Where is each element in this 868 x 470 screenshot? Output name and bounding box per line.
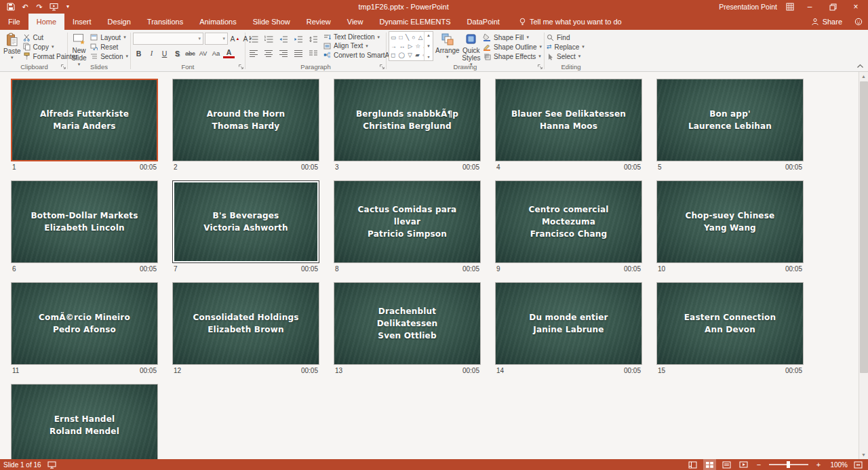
slide-thumbnail[interactable]: ComÃ©rcio MineiroPedro Afonso xyxy=(11,282,158,365)
tab-review[interactable]: Review xyxy=(298,14,339,30)
select-button[interactable]: Select ▾ xyxy=(547,52,585,61)
paste-button[interactable]: Paste ▾ xyxy=(3,31,21,61)
tab-design[interactable]: Design xyxy=(100,14,139,30)
shape-fill-button[interactable]: Shape Fill ▾ xyxy=(483,33,542,42)
zoom-in-button[interactable]: + xyxy=(814,461,823,469)
clipboard-dialog-launcher-icon[interactable] xyxy=(60,64,66,70)
change-case-button[interactable]: Aa xyxy=(210,47,222,59)
slide-thumbnail[interactable]: Chop-suey ChineseYang Wang xyxy=(656,180,804,263)
slide-thumbnail[interactable]: Around the HornThomas Hardy xyxy=(172,79,319,161)
tab-file[interactable]: File xyxy=(0,14,28,30)
font-color-button[interactable]: A xyxy=(223,48,235,58)
gallery-scroll-down-icon[interactable]: ▼ xyxy=(427,44,431,48)
gallery-more-icon[interactable]: ▾ xyxy=(427,54,429,59)
paragraph-dialog-launcher-icon[interactable] xyxy=(379,64,385,70)
shape-outline-button[interactable]: Shape Outline ▾ xyxy=(483,42,542,52)
slide-thumbnail[interactable]: Bon app'Laurence Lebihan xyxy=(656,79,804,161)
zoom-slider[interactable] xyxy=(769,464,808,465)
justify-icon[interactable] xyxy=(292,48,304,58)
tab-view[interactable]: View xyxy=(339,14,372,30)
italic-button[interactable]: I xyxy=(146,47,157,59)
fit-slide-to-window-button[interactable] xyxy=(852,459,865,470)
tell-me-box[interactable]: Tell me what you want to do xyxy=(515,14,626,30)
zoom-level[interactable]: 100% xyxy=(827,461,848,469)
feedback-smiley-icon[interactable] xyxy=(849,14,868,30)
zoom-slider-thumb[interactable] xyxy=(787,461,790,468)
drawing-dialog-launcher-icon[interactable] xyxy=(537,64,543,70)
redo-icon[interactable]: ↷ xyxy=(35,1,44,12)
strikethrough-button[interactable]: abc xyxy=(184,47,196,59)
slide-thumbnail[interactable]: Centro comercial MoctezumaFrancisco Chan… xyxy=(495,180,642,263)
zoom-out-button[interactable]: − xyxy=(754,461,764,469)
slide-sorter-view-button[interactable] xyxy=(703,459,716,470)
text-shadow-button[interactable]: S xyxy=(172,47,183,59)
ribbon-display-options-icon[interactable] xyxy=(785,1,795,12)
scroll-down-icon[interactable]: ▼ xyxy=(859,450,868,459)
character-spacing-button[interactable]: AV xyxy=(197,47,209,59)
slide-sorter-canvas[interactable]: Alfreds FutterkisteMaria Anders100:05Aro… xyxy=(0,72,868,459)
increase-indent-icon[interactable] xyxy=(292,34,304,44)
vertical-scrollbar[interactable]: ▲ ▼ xyxy=(859,72,868,459)
decrease-indent-icon[interactable] xyxy=(277,34,289,44)
line-spacing-icon[interactable] xyxy=(307,34,319,44)
slide-thumbnail[interactable]: Consolidated HoldingsElizabeth Brown xyxy=(172,282,319,365)
tab-animations[interactable]: Animations xyxy=(191,14,244,30)
save-icon[interactable] xyxy=(6,1,16,12)
gallery-scroll-up-icon[interactable]: ▲ xyxy=(427,33,431,37)
font-name-combobox[interactable]: ▾ xyxy=(133,33,203,45)
numbering-icon[interactable] xyxy=(262,34,274,44)
tab-slide-show[interactable]: Slide Show xyxy=(245,14,298,30)
columns-icon[interactable] xyxy=(307,48,319,58)
align-right-icon[interactable] xyxy=(277,48,289,58)
undo-icon[interactable]: ↶ xyxy=(20,1,30,12)
collapse-ribbon-icon[interactable] xyxy=(856,64,864,68)
new-slide-button[interactable]: New Slide ▾ xyxy=(70,31,88,61)
font-dialog-launcher-icon[interactable] xyxy=(238,64,244,70)
slide-thumbnail[interactable]: Ernst HandelRoland Mendel xyxy=(11,384,158,459)
tab-home[interactable]: Home xyxy=(28,14,64,30)
align-left-icon[interactable] xyxy=(248,48,259,58)
tab-insert[interactable]: Insert xyxy=(64,14,100,30)
tab-datapoint[interactable]: DataPoint xyxy=(459,14,508,30)
reading-view-button[interactable] xyxy=(720,459,733,470)
close-button[interactable]: × xyxy=(848,0,864,14)
tab-dynamic-elements[interactable]: Dynamic ELEMENTS xyxy=(371,14,458,30)
slide-thumbnail[interactable]: Cactus Comidas para llevarPatricio Simps… xyxy=(334,180,481,263)
slide-thumbnail[interactable]: Berglunds snabbkÃ¶pChristina Berglund xyxy=(334,79,481,161)
bold-button[interactable]: B xyxy=(133,47,144,59)
underline-button[interactable]: U xyxy=(159,47,170,59)
increase-font-size-button[interactable]: A▲ xyxy=(229,33,241,45)
select-dropdown-icon: ▾ xyxy=(578,54,581,59)
customize-qat-icon[interactable]: ▾ xyxy=(63,1,73,12)
arrange-button[interactable]: Arrange ▾ xyxy=(435,31,460,61)
scroll-up-icon[interactable]: ▲ xyxy=(859,72,868,81)
slide-thumbnail[interactable]: Alfreds FutterkisteMaria Anders xyxy=(11,79,158,161)
tab-transitions[interactable]: Transitions xyxy=(139,14,191,30)
scrollbar-thumb[interactable] xyxy=(860,81,868,373)
align-center-icon[interactable] xyxy=(262,48,274,58)
slide-thumbnail[interactable]: Bottom-Dollar MarketsElizabeth Lincoln xyxy=(11,180,158,263)
replace-button[interactable]: ⇄ Replace ▾ xyxy=(547,42,585,52)
restore-button[interactable] xyxy=(825,0,841,14)
slide-thumbnail[interactable]: Drachenblut DelikatessenSven Ottlieb xyxy=(334,282,481,365)
start-slideshow-icon[interactable] xyxy=(49,1,58,12)
display-settings-icon[interactable] xyxy=(47,461,56,469)
slide-thumbnail[interactable]: Du monde entierJanine Labrune xyxy=(495,282,642,365)
quick-styles-button[interactable]: Quick Styles ▾ xyxy=(462,31,481,61)
font-size-combobox[interactable]: ▾ xyxy=(205,33,228,45)
section-button[interactable]: Section ▾ xyxy=(90,52,128,61)
bullets-icon[interactable] xyxy=(248,34,259,44)
slide-thumbnail[interactable]: Blauer See DelikatessenHanna Moos xyxy=(495,79,642,161)
slide-thumbnail[interactable]: B's BeveragesVictoria Ashworth xyxy=(172,180,319,263)
slide-show-view-button[interactable] xyxy=(737,459,750,470)
layout-button[interactable]: Layout ▾ xyxy=(90,33,128,42)
slide-title: Blauer See Delikatessen xyxy=(509,108,629,120)
slide-thumbnail[interactable]: Eastern ConnectionAnn Devon xyxy=(656,282,804,365)
share-button[interactable]: Share xyxy=(804,14,849,30)
minimize-button[interactable]: – xyxy=(802,0,818,14)
normal-view-button[interactable] xyxy=(686,459,699,470)
find-button[interactable]: Find xyxy=(547,33,585,42)
shape-effects-button[interactable]: Shape Effects ▾ xyxy=(483,52,542,61)
shapes-gallery[interactable]: ▭ □ ╲ ○ △ ◇ → ↔ ▷ ☆ ▱ ◁ ◻ ◯ ▽ ▰ ◦ △ ▲ ▼ … xyxy=(389,31,433,61)
reset-button[interactable]: Reset xyxy=(90,42,128,52)
